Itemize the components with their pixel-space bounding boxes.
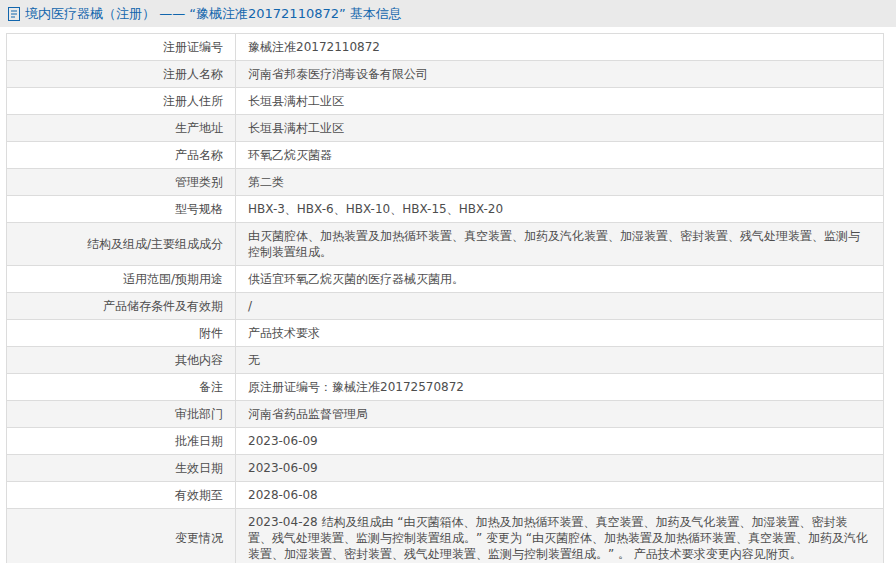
row-value: 长垣县满村工业区 bbox=[236, 88, 884, 115]
row-value-text: 2023-06-09 bbox=[248, 434, 318, 448]
row-value-text: 2028-06-08 bbox=[248, 488, 318, 502]
row-label: 产品名称 bbox=[7, 142, 236, 169]
row-value: 原注册证编号：豫械注准20172570872 bbox=[236, 374, 884, 401]
row-value: 2023-06-09 bbox=[236, 455, 884, 482]
row-value-text: 产品技术要求 bbox=[248, 326, 320, 340]
row-label-text: 审批部门 bbox=[175, 407, 223, 421]
row-label-text: 生效日期 bbox=[175, 461, 223, 475]
row-value: 由灭菌腔体、加热装置及加热循环装置、真空装置、加药及汽化装置、加湿装置、密封装置… bbox=[236, 223, 884, 266]
row-value: 无 bbox=[236, 347, 884, 374]
row-value: 环氧乙烷灭菌器 bbox=[236, 142, 884, 169]
row-value: HBX-3、HBX-6、HBX-10、HBX-15、HBX-20 bbox=[236, 196, 884, 223]
row-label-text: 有效期至 bbox=[175, 488, 223, 502]
row-value-text: 环氧乙烷灭菌器 bbox=[248, 148, 332, 162]
row-label: 生产地址 bbox=[7, 115, 236, 142]
table-row: 变更情况2023-04-28 结构及组成由 “由灭菌箱体、加热及加热循环装置、真… bbox=[7, 509, 884, 563]
table-row: 生产地址长垣县满村工业区 bbox=[7, 115, 884, 142]
row-label: 备注 bbox=[7, 374, 236, 401]
row-label: 管理类别 bbox=[7, 169, 236, 196]
page-title: 境内医疗器械（注册） —— “豫械注准20172110872” 基本信息 bbox=[25, 5, 402, 23]
row-label-text: 生产地址 bbox=[175, 121, 223, 135]
row-value-text: 第二类 bbox=[248, 175, 284, 189]
table-row: 型号规格HBX-3、HBX-6、HBX-10、HBX-15、HBX-20 bbox=[7, 196, 884, 223]
row-label: 其他内容 bbox=[7, 347, 236, 374]
row-value: 供适宜环氧乙烷灭菌的医疗器械灭菌用。 bbox=[236, 266, 884, 293]
table-row: 审批部门河南省药品监督管理局 bbox=[7, 401, 884, 428]
row-value-text: 无 bbox=[248, 353, 260, 367]
row-value: / bbox=[236, 293, 884, 320]
row-label-text: 变更情况 bbox=[175, 531, 223, 545]
table-row: 注册人住所长垣县满村工业区 bbox=[7, 88, 884, 115]
row-label: 型号规格 bbox=[7, 196, 236, 223]
row-label: 适用范围/预期用途 bbox=[7, 266, 236, 293]
row-value: 豫械注准20172110872 bbox=[236, 34, 884, 61]
row-label-text: 产品储存条件及有效期 bbox=[103, 299, 223, 313]
table-row: 产品名称环氧乙烷灭菌器 bbox=[7, 142, 884, 169]
table-row: 注册人名称河南省邦泰医疗消毒设备有限公司 bbox=[7, 61, 884, 88]
row-value: 产品技术要求 bbox=[236, 320, 884, 347]
row-value-text: / bbox=[248, 299, 252, 313]
document-icon bbox=[8, 7, 20, 21]
row-label-text: 附件 bbox=[199, 326, 223, 340]
row-value: 河南省药品监督管理局 bbox=[236, 401, 884, 428]
row-value: 2028-06-08 bbox=[236, 482, 884, 509]
row-value-text: 长垣县满村工业区 bbox=[248, 121, 344, 135]
row-label: 生效日期 bbox=[7, 455, 236, 482]
row-value-text: 由灭菌腔体、加热装置及加热循环装置、真空装置、加药及汽化装置、加湿装置、密封装置… bbox=[248, 229, 860, 259]
table-row: 生效日期2023-06-09 bbox=[7, 455, 884, 482]
row-label: 变更情况 bbox=[7, 509, 236, 563]
row-value-text: 2023-04-28 结构及组成由 “由灭菌箱体、加热及加热循环装置、真空装置、… bbox=[248, 515, 868, 561]
table-row: 结构及组成/主要组成成分由灭菌腔体、加热装置及加热循环装置、真空装置、加药及汽化… bbox=[7, 223, 884, 266]
row-label-text: 其他内容 bbox=[175, 353, 223, 367]
row-label: 注册证编号 bbox=[7, 34, 236, 61]
row-value-text: 供适宜环氧乙烷灭菌的医疗器械灭菌用。 bbox=[248, 272, 464, 286]
table-row: 其他内容无 bbox=[7, 347, 884, 374]
row-label: 审批部门 bbox=[7, 401, 236, 428]
table-row: 注册证编号豫械注准20172110872 bbox=[7, 34, 884, 61]
table-row: 产品储存条件及有效期/ bbox=[7, 293, 884, 320]
table-row: 批准日期2023-06-09 bbox=[7, 428, 884, 455]
row-value-text: 2023-06-09 bbox=[248, 461, 318, 475]
row-label-text: 产品名称 bbox=[175, 148, 223, 162]
row-label-text: 注册人名称 bbox=[163, 67, 223, 81]
row-label-text: 管理类别 bbox=[175, 175, 223, 189]
row-value-text: HBX-3、HBX-6、HBX-10、HBX-15、HBX-20 bbox=[248, 202, 503, 216]
row-label: 附件 bbox=[7, 320, 236, 347]
row-label: 注册人名称 bbox=[7, 61, 236, 88]
row-value-text: 长垣县满村工业区 bbox=[248, 94, 344, 108]
table-row: 有效期至2028-06-08 bbox=[7, 482, 884, 509]
table-row: 管理类别第二类 bbox=[7, 169, 884, 196]
row-label-text: 型号规格 bbox=[175, 202, 223, 216]
row-label-text: 结构及组成/主要组成成分 bbox=[87, 237, 223, 251]
row-value: 第二类 bbox=[236, 169, 884, 196]
row-value: 2023-04-28 结构及组成由 “由灭菌箱体、加热及加热循环装置、真空装置、… bbox=[236, 509, 884, 563]
row-value: 2023-06-09 bbox=[236, 428, 884, 455]
table-row: 适用范围/预期用途供适宜环氧乙烷灭菌的医疗器械灭菌用。 bbox=[7, 266, 884, 293]
row-value-text: 河南省药品监督管理局 bbox=[248, 407, 368, 421]
row-label-text: 注册人住所 bbox=[163, 94, 223, 108]
row-label-text: 批准日期 bbox=[175, 434, 223, 448]
row-value-text: 原注册证编号：豫械注准20172570872 bbox=[248, 380, 464, 394]
row-label-text: 适用范围/预期用途 bbox=[123, 272, 223, 286]
row-value-text: 豫械注准20172110872 bbox=[248, 40, 380, 54]
row-label: 产品储存条件及有效期 bbox=[7, 293, 236, 320]
table-row: 备注原注册证编号：豫械注准20172570872 bbox=[7, 374, 884, 401]
row-value-text: 河南省邦泰医疗消毒设备有限公司 bbox=[248, 67, 428, 81]
row-value: 长垣县满村工业区 bbox=[236, 115, 884, 142]
row-label: 有效期至 bbox=[7, 482, 236, 509]
table-row: 附件产品技术要求 bbox=[7, 320, 884, 347]
row-label: 结构及组成/主要组成成分 bbox=[7, 223, 236, 266]
row-label: 注册人住所 bbox=[7, 88, 236, 115]
row-label: 批准日期 bbox=[7, 428, 236, 455]
row-label-text: 注册证编号 bbox=[163, 40, 223, 54]
page-header: 境内医疗器械（注册） —— “豫械注准20172110872” 基本信息 bbox=[0, 0, 896, 27]
row-label-text: 备注 bbox=[199, 380, 223, 394]
registration-info-table: 注册证编号豫械注准20172110872注册人名称河南省邦泰医疗消毒设备有限公司… bbox=[6, 33, 884, 563]
row-value: 河南省邦泰医疗消毒设备有限公司 bbox=[236, 61, 884, 88]
